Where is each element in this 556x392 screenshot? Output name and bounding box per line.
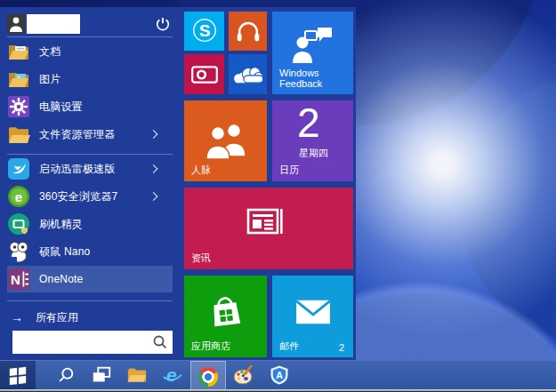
chevron-right-icon [149, 192, 158, 201]
shield-a-glyph: A [276, 370, 283, 380]
all-apps-arrow-icon: → [11, 310, 23, 324]
paint-palette-icon [232, 364, 255, 389]
file-explorer-icon [126, 364, 148, 388]
divider [7, 300, 173, 301]
tile-label: 应用商店 [191, 340, 230, 353]
all-apps-button[interactable]: → 所有应用 [7, 308, 173, 327]
taskbar-search-button[interactable] [48, 361, 84, 392]
task-view-button[interactable] [84, 361, 119, 392]
all-apps-label: 所有应用 [36, 310, 78, 325]
tile-label: 邮件 [279, 340, 299, 353]
menu-item-shuoshu-nano[interactable]: 硕鼠 Nano [7, 238, 173, 265]
user-row [7, 11, 174, 37]
taskbar: e A [0, 360, 556, 392]
menu-item-shuaji-jingling[interactable]: 刷机精灵 [7, 211, 173, 237]
onedrive-clouds-icon [230, 62, 266, 87]
menu-item-thunder[interactable]: 启动迅雷极速版 [7, 156, 173, 182]
tile-music[interactable] [229, 12, 267, 51]
tile-grid: S Windows Feedback 人脉 2 星期四 日历 [184, 12, 353, 360]
search-box [12, 331, 173, 354]
menu-item-label: 硕鼠 Nano [39, 244, 90, 260]
divider [7, 154, 173, 155]
chrome-button[interactable] [190, 361, 226, 392]
menu-item-label: OneNote [39, 273, 83, 285]
settings-gear-icon [7, 95, 30, 118]
start-button[interactable] [0, 361, 36, 392]
newspaper-icon [246, 205, 292, 243]
menu-item-label: 电脑设置 [39, 100, 83, 115]
menu-item-label: 刷机精灵 [39, 217, 83, 232]
search-icon [56, 365, 76, 388]
headphones-icon [232, 15, 264, 47]
menu-item-pc-settings[interactable]: 电脑设置 [7, 93, 173, 120]
documents-folder-icon [7, 40, 30, 63]
search-icon [152, 334, 168, 350]
menu-item-360-browser[interactable]: e 360安全浏览器7 [7, 183, 173, 210]
tile-mail[interactable]: 邮件 2 [272, 276, 353, 357]
power-icon [155, 21, 171, 35]
camera-icon [188, 58, 222, 92]
menu-item-onenote[interactable]: N OneNote [7, 266, 173, 292]
browser360-e-glyph: e [15, 189, 22, 204]
tile-news[interactable]: 资讯 [184, 188, 353, 269]
menu-item-documents[interactable]: 文档 [7, 38, 173, 65]
tile-calendar[interactable]: 2 星期四 日历 [272, 100, 353, 181]
task-view-icon [91, 364, 112, 388]
power-button[interactable] [155, 16, 171, 32]
skype-s-glyph: S [198, 21, 210, 40]
chrome-icon [198, 367, 218, 387]
ie-e-glyph: e [166, 364, 177, 385]
security-shield-button[interactable]: A [262, 361, 297, 392]
tile-windows-feedback[interactable]: Windows Feedback [272, 12, 353, 94]
search-input[interactable] [12, 331, 173, 354]
shuaji-jingling-icon [7, 212, 30, 236]
tile-label: Windows Feedback [279, 68, 336, 90]
tile-store[interactable]: 应用商店 [184, 276, 267, 357]
file-explorer-icon [7, 123, 30, 146]
onenote-n-glyph: N [11, 272, 20, 287]
mail-unread-count: 2 [339, 342, 344, 353]
menu-item-label: 图片 [39, 72, 60, 87]
tile-label: 资讯 [191, 252, 211, 265]
internet-explorer-button[interactable]: e [155, 361, 190, 392]
calendar-day: 2 [297, 100, 320, 147]
windows-logo-icon [8, 364, 28, 388]
calendar-weekday: 星期四 [299, 147, 328, 160]
menu-item-label: 文档 [39, 44, 60, 60]
menu-item-file-explorer[interactable]: 文件资源管理器 [7, 121, 173, 148]
windows-start-screen: 文档 图片 电脑设置 文件资源管理器 [0, 0, 556, 392]
shield-a-icon: A [269, 364, 290, 388]
shuoshu-nano-icon [7, 240, 30, 263]
chevron-right-icon [149, 164, 158, 173]
pictures-folder-icon [7, 68, 30, 91]
divider [7, 36, 173, 37]
browser-360-icon: e [7, 185, 30, 208]
skype-icon: S [187, 13, 222, 49]
menu-item-label: 启动迅雷极速版 [39, 162, 115, 177]
tile-label: 人脉 [191, 164, 211, 177]
onenote-icon: N [7, 268, 30, 291]
tile-label: 日历 [279, 164, 299, 177]
chevron-right-icon [149, 130, 158, 139]
feedback-person-bubbles-icon [291, 26, 335, 65]
envelope-icon [293, 297, 334, 327]
tile-camera[interactable] [184, 54, 224, 94]
tile-skype[interactable]: S [184, 12, 224, 51]
thunder-bird-icon [7, 157, 30, 180]
menu-item-pictures[interactable]: 图片 [7, 66, 173, 92]
menu-item-label: 360安全浏览器7 [39, 189, 118, 204]
paint-button[interactable] [226, 361, 262, 392]
tile-onedrive[interactable] [229, 54, 267, 94]
people-icon [203, 121, 249, 162]
start-menu: 文档 图片 电脑设置 文件资源管理器 [0, 7, 356, 360]
internet-explorer-icon: e [161, 364, 184, 389]
tile-people[interactable]: 人脉 [184, 100, 267, 181]
user-name-box[interactable] [27, 14, 80, 34]
store-bag-icon [204, 290, 248, 332]
menu-item-label: 文件资源管理器 [39, 127, 115, 142]
start-menu-left-column: 文档 图片 电脑设置 文件资源管理器 [0, 7, 178, 360]
taskbar-file-explorer-button[interactable] [119, 361, 155, 392]
user-avatar-icon[interactable] [7, 14, 25, 34]
